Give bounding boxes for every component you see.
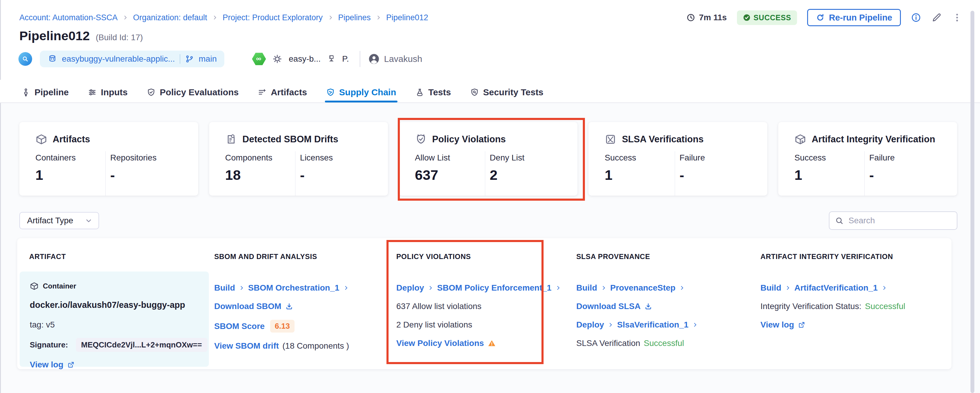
tab-supply-chain[interactable]: Supply Chain: [325, 80, 398, 102]
step-link[interactable]: Build: [760, 283, 781, 293]
tab-label: Artifacts: [271, 87, 307, 97]
stat-divider: [105, 151, 106, 196]
stat-label: Success: [605, 153, 679, 163]
integrity-status-label: Integrity Verification Status:: [760, 302, 861, 311]
tab-security-tests[interactable]: Security Tests: [469, 80, 545, 102]
policy-violations-column: Deploy SBOM Policy Enforcement_1 637 All…: [396, 283, 572, 357]
tab-artifacts[interactable]: Artifacts: [256, 80, 308, 102]
info-icon[interactable]: [911, 13, 921, 22]
title-row: Pipeline012 (Build Id: 17): [19, 29, 143, 43]
search-input[interactable]: [848, 216, 956, 226]
stat-value: -: [869, 167, 944, 183]
download-sbom-link[interactable]: Download SBOM: [214, 302, 282, 311]
execution-duration: 7m 11s: [686, 13, 727, 22]
card-slsa-verifications: SLSA Verifications Success1 Failure-: [589, 122, 767, 196]
artifact-image-name: docker.io/lavakush07/easy-buggy-app: [30, 300, 209, 310]
stat-value: -: [300, 167, 375, 183]
status-badge: SUCCESS: [737, 10, 797, 25]
tab-inputs[interactable]: Inputs: [87, 80, 129, 102]
card-title: Artifacts: [52, 134, 90, 145]
download-slsa-link[interactable]: Download SLSA: [576, 302, 641, 311]
signature-value[interactable]: MEQCICde2Vjl...L+2+mqnOXw==: [76, 338, 207, 352]
stat-value: 637: [415, 167, 490, 183]
view-log-link[interactable]: View log: [30, 360, 64, 369]
chevron-right-icon: [881, 285, 887, 291]
column-header-integrity: ARTIFACT INTEGRITY VERIFICATION: [760, 252, 893, 261]
chevron-right-icon: [601, 285, 607, 291]
execution-env-ref: P.: [342, 54, 349, 64]
execution-actions: 7m 11s SUCCESS Re-run Pipeline: [686, 9, 962, 26]
view-sbom-drift-link[interactable]: View SBOM drift: [214, 341, 279, 351]
service-icon: [327, 54, 336, 64]
download-icon: [644, 302, 652, 310]
tab-label: Pipeline: [35, 87, 69, 97]
rerun-label: Re-run Pipeline: [829, 13, 892, 22]
artifact-type-label: Artifact Type: [27, 216, 73, 225]
search-box: [829, 211, 958, 230]
pencil-icon[interactable]: [931, 12, 942, 23]
tab-tests[interactable]: Tests: [414, 80, 452, 102]
step-link[interactable]: SBOM Orchestration_1: [248, 283, 339, 293]
cube-icon: [35, 133, 47, 145]
warning-icon: [488, 339, 496, 347]
signature-label: Signature:: [30, 340, 68, 350]
step-link[interactable]: Deploy: [396, 283, 424, 293]
download-icon: [285, 302, 293, 310]
card-title: Detected SBOM Drifts: [242, 134, 338, 145]
stat-label: Components: [225, 153, 300, 163]
card-artifacts: Artifacts Containers1 Repositories-: [19, 122, 198, 196]
repo-link[interactable]: easybuggy-vulnerable-applic...: [62, 54, 175, 64]
tab-pipeline[interactable]: Pipeline: [20, 80, 70, 102]
breadcrumb-current-pipeline[interactable]: Pipeline012: [386, 13, 428, 22]
artifact-type-dropdown[interactable]: Artifact Type: [19, 212, 99, 229]
breadcrumb: Account: Automation-SSCA Organization: d…: [19, 13, 428, 22]
step-link[interactable]: ArtifactVerification_1: [794, 283, 878, 293]
inputs-tab-icon: [88, 88, 97, 97]
shield-check-icon: [415, 133, 427, 145]
external-link-icon: [67, 361, 75, 369]
sbom-score-link[interactable]: SBOM Score: [214, 321, 265, 331]
vertical-scrollbar[interactable]: [970, 11, 974, 393]
card-title: Artifact Integrity Verification: [811, 134, 935, 145]
stat-value: 18: [225, 167, 300, 183]
chevron-right-icon: [328, 14, 334, 21]
stat-value: 2: [490, 167, 565, 183]
column-header-artifact: ARTIFACT: [29, 252, 66, 261]
card-title: SLSA Verifications: [622, 134, 703, 145]
kebab-menu-icon[interactable]: [952, 13, 962, 22]
chevron-right-icon: [428, 285, 433, 291]
rerun-pipeline-button[interactable]: Re-run Pipeline: [807, 9, 901, 26]
step-link[interactable]: SlsaVerification_1: [617, 320, 689, 329]
step-link[interactable]: ProvenanceStep: [610, 283, 675, 293]
chevron-right-icon: [375, 14, 382, 21]
breadcrumb-organization[interactable]: Organization: default: [133, 13, 207, 22]
chevron-right-icon: [212, 14, 218, 21]
execution-meta-row: easybuggy-vulnerable-applic... main easy…: [18, 50, 422, 68]
chevron-down-icon: [85, 217, 92, 224]
breadcrumb-project[interactable]: Project: Product Exploratory: [223, 13, 323, 22]
breadcrumb-pipelines[interactable]: Pipelines: [338, 13, 371, 22]
breadcrumb-account[interactable]: Account: Automation-SSCA: [19, 13, 118, 22]
step-link[interactable]: Build: [214, 283, 235, 293]
step-link[interactable]: SBOM Policy Enforcement_1: [437, 283, 551, 293]
tab-label: Inputs: [101, 87, 127, 97]
tests-tab-icon: [415, 88, 424, 97]
executed-by-group: easy-b... P.: [252, 53, 349, 66]
branch-link[interactable]: main: [199, 54, 217, 64]
view-log-link[interactable]: View log: [760, 320, 794, 329]
git-branch-icon: [185, 54, 194, 64]
summary-cards: Artifacts Containers1 Repositories- Dete…: [19, 122, 957, 196]
repository-icon: [48, 54, 57, 64]
tab-policy-evaluations[interactable]: Policy Evaluations: [145, 80, 240, 102]
artifacts-table: ARTIFACT SBOM AND DRIFT ANALYSIS POLICY …: [17, 238, 951, 369]
page-title: Pipeline012: [19, 29, 90, 43]
allow-list-violations: 637 Allow list violations: [396, 302, 481, 311]
view-policy-violations-link[interactable]: View Policy Violations: [396, 339, 484, 348]
stat-value: -: [110, 167, 185, 183]
stat-label: Deny List: [490, 153, 565, 163]
step-link[interactable]: Deploy: [576, 320, 604, 329]
card-title: Policy Violations: [432, 134, 506, 145]
slsa-icon: [605, 133, 616, 145]
step-link[interactable]: Build: [576, 283, 597, 293]
top-bar: Account: Automation-SSCA Organization: d…: [19, 9, 962, 26]
